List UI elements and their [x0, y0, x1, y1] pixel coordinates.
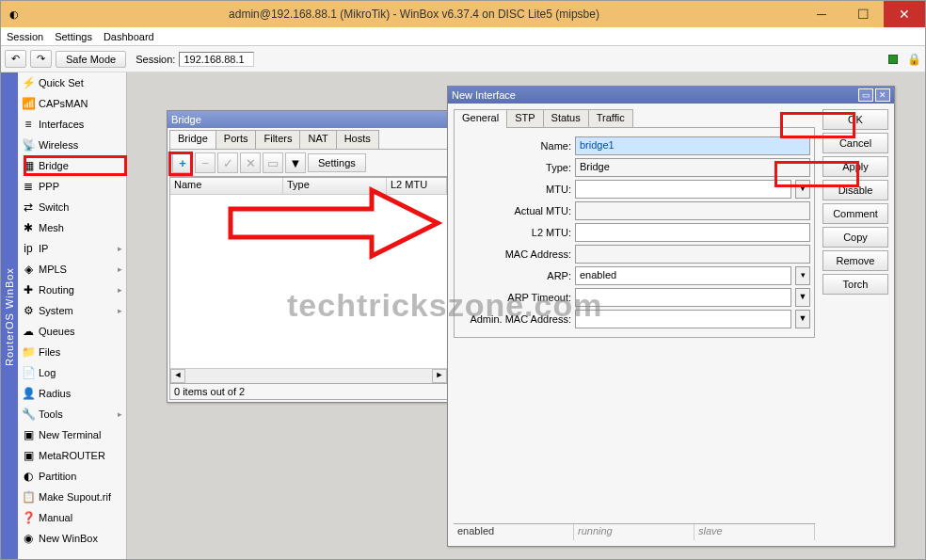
- bridge-window-title[interactable]: Bridge: [168, 111, 450, 128]
- sidebar-icon: 🔧: [22, 408, 35, 421]
- apply-button[interactable]: Apply: [822, 156, 888, 177]
- enable-button[interactable]: ✓: [217, 152, 238, 173]
- sidebar-item-files[interactable]: 📁Files: [18, 342, 126, 362]
- tab-nat[interactable]: NAT: [299, 130, 336, 149]
- settings-button[interactable]: Settings: [308, 153, 366, 172]
- sidebar-item-tools[interactable]: 🔧Tools▸: [18, 404, 126, 424]
- sidebar-item-ppp[interactable]: ≣PPP: [18, 176, 126, 197]
- sidebar-item-manual[interactable]: ❓Manual: [18, 507, 126, 528]
- name-input[interactable]: bridge1: [575, 136, 810, 155]
- sidebar-item-log[interactable]: 📄Log: [18, 362, 126, 383]
- mac-input: [575, 245, 810, 264]
- window-title: admin@192.168.88.1 (MikroTik) - WinBox v…: [27, 8, 801, 21]
- sidebar-item-mpls[interactable]: ◈MPLS▸: [18, 259, 126, 280]
- cancel-button[interactable]: Cancel: [822, 133, 888, 153]
- sidebar-item-switch[interactable]: ⇄Switch: [18, 197, 126, 217]
- sidebar-icon: ▣: [22, 449, 35, 462]
- sidebar-icon: 📶: [22, 97, 35, 110]
- minimize-button[interactable]: ─: [801, 1, 842, 27]
- ni-min-icon[interactable]: ▭: [858, 88, 873, 102]
- sidebar-item-radius[interactable]: 👤Radius: [18, 383, 126, 404]
- menu-session[interactable]: Session: [7, 31, 43, 42]
- safe-mode-button[interactable]: Safe Mode: [56, 51, 126, 68]
- sidebar-icon: ❓: [22, 511, 35, 524]
- sidebar-icon: ≡: [22, 118, 35, 131]
- sidebar-icon: ✚: [22, 283, 35, 296]
- sidebar-item-wireless[interactable]: 📡Wireless: [18, 135, 126, 155]
- sidebar-item-ip[interactable]: ipIP▸: [18, 238, 126, 259]
- tab-traffic[interactable]: Traffic: [588, 109, 633, 128]
- chevron-right-icon: ▸: [118, 264, 122, 274]
- ni-statusbar: enabled running slave: [454, 523, 815, 540]
- tab-bridge[interactable]: Bridge: [169, 130, 216, 149]
- chevron-right-icon: ▸: [118, 244, 122, 253]
- comment-button[interactable]: ▭: [263, 152, 283, 173]
- add-button[interactable]: +: [172, 152, 193, 173]
- sidebar-icon: ☁: [22, 325, 35, 338]
- session-field[interactable]: 192.168.88.1: [179, 52, 254, 67]
- sidebar-item-make-supout-rif[interactable]: 📋Make Supout.rif: [18, 487, 126, 507]
- app-icon: ◐: [1, 1, 27, 27]
- sidebar-item-new-winbox[interactable]: ◉New WinBox: [18, 528, 126, 549]
- torch-button[interactable]: Torch: [822, 274, 888, 295]
- admin-mac-input[interactable]: [575, 310, 791, 328]
- ni-tabs: General STP Status Traffic: [454, 109, 815, 128]
- disable-button[interactable]: ✕: [240, 152, 261, 173]
- window-titlebar: ◐ admin@192.168.88.1 (MikroTik) - WinBox…: [1, 1, 925, 27]
- arp-select[interactable]: enabled: [575, 266, 791, 285]
- remove-button[interactable]: Remove: [822, 250, 888, 271]
- tab-ports[interactable]: Ports: [216, 130, 257, 149]
- close-button[interactable]: ✕: [884, 1, 925, 27]
- copy-button[interactable]: Copy: [822, 227, 888, 248]
- tab-status[interactable]: Status: [543, 109, 589, 128]
- sidebar-item-bridge[interactable]: ▦Bridge: [18, 155, 126, 176]
- sidebar-icon: ▦: [22, 159, 35, 172]
- sidebar-item-queues[interactable]: ☁Queues: [18, 321, 126, 342]
- menubar: Session Settings Dashboard: [1, 27, 925, 46]
- filter-button[interactable]: ▼: [285, 152, 306, 173]
- redo-button[interactable]: ↷: [30, 50, 52, 68]
- mdi-canvas: Bridge Bridge Ports Filters NAT Hosts + …: [127, 72, 925, 560]
- arp-timeout-input[interactable]: [575, 288, 791, 307]
- mtu-input[interactable]: [575, 180, 791, 199]
- mtu-drop-icon[interactable]: ▼: [795, 180, 810, 199]
- comment-button[interactable]: Comment: [822, 203, 888, 224]
- actual-mtu-input: [575, 201, 810, 220]
- menu-dashboard[interactable]: Dashboard: [104, 31, 154, 42]
- new-interface-title[interactable]: New Interface ▭ ✕: [448, 87, 894, 104]
- remove-button[interactable]: −: [195, 152, 216, 173]
- arpt-drop-icon[interactable]: ▼: [795, 288, 810, 307]
- l2mtu-input[interactable]: [575, 223, 810, 242]
- sidebar-item-routing[interactable]: ✚Routing▸: [18, 280, 126, 300]
- sidebar-item-capsman[interactable]: 📶CAPsMAN: [18, 93, 126, 114]
- sidebar-icon: 📡: [22, 138, 35, 152]
- menu-settings[interactable]: Settings: [55, 31, 92, 42]
- sidebar-icon: ⇄: [22, 200, 35, 214]
- sidebar-item-quick-set[interactable]: ⚡Quick Set: [18, 72, 126, 93]
- tab-hosts[interactable]: Hosts: [336, 130, 379, 149]
- sidebar-item-system[interactable]: ⚙System▸: [18, 300, 126, 321]
- bridge-scrollbar[interactable]: ◄►: [170, 368, 447, 383]
- sidebar-item-new-terminal[interactable]: ▣New Terminal: [18, 424, 126, 445]
- bridge-footer: 0 items out of 2: [169, 384, 448, 400]
- sidebar-icon: ◐: [22, 470, 35, 483]
- tab-stp[interactable]: STP: [506, 109, 543, 128]
- undo-button[interactable]: ↶: [5, 50, 26, 68]
- sidebar-item-metarouter[interactable]: ▣MetaROUTER: [18, 445, 126, 466]
- main-toolbar: ↶ ↷ Safe Mode Session: 192.168.88.1 🔒: [1, 46, 925, 72]
- ni-close-icon[interactable]: ✕: [875, 88, 890, 102]
- tab-filters[interactable]: Filters: [255, 130, 300, 149]
- sidebar-item-partition[interactable]: ◐Partition: [18, 466, 126, 487]
- amac-drop-icon[interactable]: ▼: [795, 310, 810, 328]
- maximize-button[interactable]: ☐: [842, 1, 884, 27]
- sidebar-vertical-label: RouterOS WinBox: [1, 72, 18, 560]
- disable-button[interactable]: Disable: [822, 180, 888, 200]
- arp-drop-icon[interactable]: ▾: [795, 266, 810, 285]
- tab-general[interactable]: General: [454, 109, 507, 128]
- sidebar-icon: 📄: [22, 366, 35, 379]
- sidebar-item-interfaces[interactable]: ≡Interfaces: [18, 114, 126, 135]
- sidebar-icon: ip: [22, 242, 35, 255]
- sidebar-item-mesh[interactable]: ✱Mesh: [18, 217, 126, 238]
- ok-button[interactable]: OK: [822, 109, 888, 130]
- sidebar-icon: ⚙: [22, 304, 35, 317]
